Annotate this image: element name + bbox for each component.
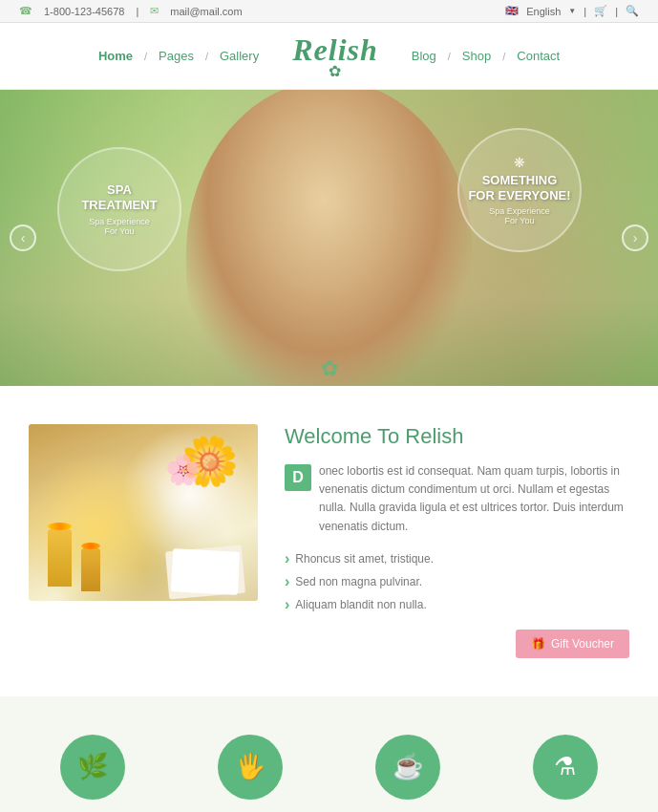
service-spa-massage: ☕ Spa Massage Ut tempor quam ac dolor ma…: [336, 735, 479, 812]
hero-bottom-flower-icon: ✿: [321, 356, 338, 381]
nav-shop[interactable]: Shop: [453, 45, 500, 67]
hero-prev-button[interactable]: ‹: [10, 224, 36, 251]
welcome-image-content: 🌼 🌸: [29, 424, 258, 601]
hero-person: [186, 90, 473, 386]
body-care-icon: 🌿: [77, 752, 108, 781]
cart-icon[interactable]: 🛒: [594, 5, 607, 17]
nav-contact[interactable]: Contact: [507, 45, 569, 67]
hands-feet-icon-circle: 🖐: [218, 735, 283, 800]
hero-circle-left: SPATREATMENT Spa ExperienceFor You: [57, 147, 181, 271]
hero-section: SPATREATMENT Spa ExperienceFor You ❋ SOM…: [0, 90, 658, 386]
welcome-section: 🌼 🌸 Welcome To Relish D onec lobortis es…: [0, 386, 658, 696]
spa-massage-icon-circle: ☕: [375, 735, 440, 800]
separator: |: [136, 6, 138, 17]
separator2: |: [584, 6, 586, 17]
phone-icon: ☎: [19, 5, 32, 17]
top-bar: ☎ 1-800-123-45678 | ✉ mail@mail.com 🇬🇧 E…: [0, 0, 658, 23]
gift-label: Gift Voucher: [551, 637, 614, 651]
spa-massage-icon: ☕: [393, 752, 423, 781]
top-bar-actions: 🇬🇧 English ▼ | 🛒 | 🔍: [505, 5, 639, 17]
site-logo[interactable]: Relish: [292, 32, 378, 67]
hero-right-icon: ❋: [514, 155, 525, 170]
top-bar-contact: ☎ 1-800-123-45678 | ✉ mail@mail.com: [19, 5, 243, 17]
nav-blog[interactable]: Blog: [402, 45, 446, 67]
service-body-care: 🌿 Body Care Integer placerat leo eu nisl…: [21, 735, 164, 812]
language-dropdown-icon[interactable]: ▼: [568, 7, 576, 15]
hero-next-button[interactable]: ›: [622, 224, 648, 251]
face-care-icon: ⚗: [554, 752, 576, 781]
chevron-left-icon: ‹: [21, 230, 26, 246]
email-address: mail@mail.com: [170, 6, 242, 17]
list-item-2: Sed non magna pulvinar.: [285, 570, 629, 593]
gift-voucher-button[interactable]: 🎁 Gift Voucher: [516, 630, 629, 658]
chevron-right-icon: ›: [633, 230, 638, 246]
nav-links-left: Home / Pages / Gallery: [89, 45, 268, 67]
welcome-content: Welcome To Relish D onec lobortis est id…: [285, 424, 629, 658]
welcome-title: Welcome To Relish: [285, 424, 629, 449]
welcome-list: Rhoncus sit amet, tristique. Sed non mag…: [285, 547, 629, 616]
face-care-icon-circle: ⚗: [533, 735, 598, 800]
flag-icon: 🇬🇧: [505, 5, 519, 17]
nav-pages[interactable]: Pages: [149, 45, 203, 67]
gift-icon: 🎁: [531, 637, 545, 651]
hero-right-subtitle: Spa ExperienceFor You: [489, 206, 550, 225]
nav-links-right: Blog / Shop / Contact: [402, 45, 569, 67]
separator3: |: [615, 6, 618, 17]
list-item-3: Aliquam blandit non nulla.: [285, 593, 629, 616]
service-hands-feet: 🖐 Hands & Feet Mauris nec congue sem. Nu…: [179, 735, 322, 812]
language-label[interactable]: English: [526, 6, 561, 17]
nav-bar: Home / Pages / Gallery Relish ✿ Blog / S…: [0, 23, 658, 90]
nav-gallery[interactable]: Gallery: [210, 45, 268, 67]
list-item-1: Rhoncus sit amet, tristique.: [285, 547, 629, 570]
hands-feet-icon: 🖐: [235, 752, 265, 781]
services-section: 🌿 Body Care Integer placerat leo eu nisl…: [0, 696, 658, 812]
phone-number: 1-800-123-45678: [44, 6, 124, 17]
hero-left-title: SPATREATMENT: [81, 182, 157, 212]
logo-container: Relish ✿: [278, 32, 393, 79]
welcome-paragraph: D onec lobortis est id consequat. Nam qu…: [285, 462, 629, 536]
body-care-icon-circle: 🌿: [60, 735, 125, 800]
nav-home[interactable]: Home: [89, 45, 142, 67]
welcome-para-text: onec lobortis est id consequat. Nam quam…: [319, 462, 629, 536]
welcome-image: 🌼 🌸: [29, 424, 258, 601]
hero-right-title: SOMETHINGFOR EVERYONE!: [468, 173, 570, 203]
search-icon[interactable]: 🔍: [626, 5, 639, 17]
service-face-care: ⚗ Face Care Aenean accumsan varius urna,…: [494, 735, 637, 812]
hero-circle-right: ❋ SOMETHINGFOR EVERYONE! Spa ExperienceF…: [457, 128, 582, 252]
hero-left-subtitle: Spa ExperienceFor You: [89, 217, 150, 236]
dropcap-letter: D: [285, 464, 311, 491]
mail-icon: ✉: [150, 5, 159, 17]
